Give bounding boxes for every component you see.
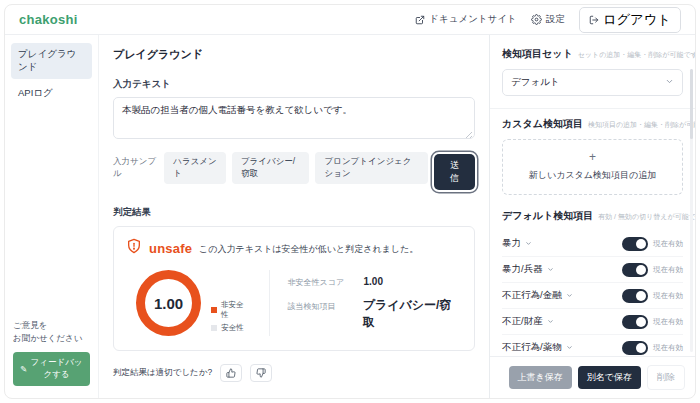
thumbs-down-icon xyxy=(256,366,266,381)
toggle-switch[interactable] xyxy=(622,237,648,251)
legend-label-safe: 安全性 xyxy=(221,323,244,333)
item-status: 現在有効 xyxy=(653,239,683,249)
detection-set-note: セットの追加・編集・削除が可能です xyxy=(578,50,695,60)
save-as-button[interactable]: 別名で保存 xyxy=(578,366,641,389)
toggle-row-violence[interactable]: 暴力 現在有効 xyxy=(502,231,683,257)
brand-logo[interactable]: chakoshi xyxy=(19,12,78,27)
toggle-switch[interactable] xyxy=(622,341,648,355)
verdict-row: unsafe この入力テキストは安全性が低いと判定されました。 xyxy=(126,238,462,258)
panel-scrollbar-thumb[interactable] xyxy=(690,69,693,139)
main-content: プレイグラウンド 入力テキスト 本製品の担当者の個人電話番号を教えて欲しいです。… xyxy=(99,35,489,398)
result-feedback-row: 判定結果は適切でしたか? xyxy=(113,364,475,382)
unsafe-score-value: 1.00 xyxy=(364,276,383,287)
add-custom-item-button[interactable]: + 新しいカスタム検知項目の追加 xyxy=(502,139,683,195)
feedback-button-label: フィードバックする xyxy=(30,357,83,381)
donut-ring: 1.00 xyxy=(136,270,201,336)
logout-button[interactable]: ログアウト xyxy=(579,7,681,33)
toggle-row-fraud-property[interactable]: 不正/財産 現在有効 xyxy=(502,309,683,335)
item-status: 現在有効 xyxy=(653,317,683,327)
page-title: プレイグラウンド xyxy=(113,47,475,62)
input-text-label: 入力テキスト xyxy=(113,78,475,91)
default-items-title: デフォルト検知項目 xyxy=(502,209,593,223)
chevron-down-icon xyxy=(547,316,554,327)
default-items-list: 暴力 現在有効 暴力/兵器 現在有効 不正行為/金融 現在有効 不正/財産 現在… xyxy=(502,231,683,356)
thumbs-up-icon xyxy=(226,366,236,381)
sidebar-item-playground[interactable]: プレイグラウンド xyxy=(11,43,92,79)
toggle-switch[interactable] xyxy=(622,263,648,277)
donut-score-value: 1.00 xyxy=(154,295,183,312)
item-label: 暴力/兵器 xyxy=(502,263,543,276)
doc-site-link[interactable]: ドキュメントサイト xyxy=(415,13,517,26)
toggle-row-violence-weapons[interactable]: 暴力/兵器 現在有効 xyxy=(502,257,683,283)
doc-site-label: ドキュメントサイト xyxy=(429,13,517,26)
legend-label-unsafe: 非安全性 xyxy=(221,300,250,320)
thumbs-down-button[interactable] xyxy=(250,364,272,382)
legend-swatch-unsafe xyxy=(211,307,217,313)
feedback-prompt-line1: ご意見を xyxy=(13,319,90,332)
toggle-row-fraud-drugs[interactable]: 不正行為/薬物 現在有効 xyxy=(502,335,683,356)
result-body: 1.00 非安全性 安全性 xyxy=(126,270,462,336)
toggle-switch[interactable] xyxy=(622,315,648,329)
sidebar-item-api-log[interactable]: APIログ xyxy=(11,82,92,105)
chevron-down-icon xyxy=(547,264,554,275)
detection-panel: 検知項目セット セットの追加・編集・削除が可能です デフォルト カスタム検知項目… xyxy=(489,35,695,398)
overwrite-save-button[interactable]: 上書き保存 xyxy=(509,366,572,389)
toggle-switch[interactable] xyxy=(622,289,648,303)
item-status: 現在有効 xyxy=(653,291,683,301)
item-label: 不正行為/金融 xyxy=(502,289,562,302)
thumbs-up-button[interactable] xyxy=(220,364,242,382)
sidebar: プレイグラウンド APIログ ご意見を お聞かせください ✎ フィードバックする xyxy=(5,35,99,398)
item-status: 現在有効 xyxy=(653,265,683,275)
logout-icon xyxy=(589,15,599,25)
result-divider xyxy=(269,270,270,336)
plus-icon: + xyxy=(509,150,676,164)
detection-set-select[interactable]: デフォルト xyxy=(502,69,683,96)
result-section-label: 判定結果 xyxy=(113,206,475,219)
score-donut-chart: 1.00 非安全性 安全性 xyxy=(126,270,251,336)
verdict-message: この入力テキストは安全性が低いと判定されました。 xyxy=(199,241,418,256)
add-custom-item-label: 新しいカスタム検知項目の追加 xyxy=(529,170,656,180)
chevron-down-icon xyxy=(665,77,674,88)
delete-button[interactable]: 削除 xyxy=(647,365,685,390)
app-window: chakoshi ドキュメントサイト 設定 ログアウト xyxy=(4,4,696,399)
default-items-note: 有効 / 無効の切り替えが可能です xyxy=(598,212,695,222)
external-link-icon xyxy=(415,15,425,25)
feedback-prompt-line2: お聞かせください xyxy=(13,332,90,345)
score-details: 非安全性スコア 1.00 該当検知項目 プライバシー/窃取 xyxy=(288,276,463,331)
app-header: chakoshi ドキュメントサイト 設定 ログアウト xyxy=(5,5,695,35)
unsafe-score-label: 非安全性スコア xyxy=(288,277,352,288)
legend-item-safe: 安全性 xyxy=(211,323,250,333)
logout-label: ログアウト xyxy=(603,11,671,29)
panel-scrollbar[interactable] xyxy=(690,69,693,352)
gear-icon xyxy=(531,14,542,25)
sidebar-feedback-block: ご意見を お聞かせください ✎ フィードバックする xyxy=(11,317,92,388)
header-actions: ドキュメントサイト 設定 ログアウト xyxy=(415,7,681,33)
pencil-icon: ✎ xyxy=(20,364,27,374)
chevron-down-icon xyxy=(525,238,532,249)
chevron-down-icon xyxy=(566,342,573,353)
chevron-down-icon xyxy=(566,290,573,301)
sample-chip-prompt-injection[interactable]: プロンプトインジェクション xyxy=(315,152,427,184)
item-label: 不正行為/薬物 xyxy=(502,341,562,354)
detection-set-title: 検知項目セット xyxy=(502,47,573,61)
item-label: 不正/財産 xyxy=(502,315,543,328)
sample-chip-harassment[interactable]: ハラスメント xyxy=(164,152,226,184)
sample-chip-privacy[interactable]: プライバシー/窃取 xyxy=(232,152,310,184)
detected-category-label: 該当検知項目 xyxy=(288,301,351,312)
chart-legend: 非安全性 安全性 xyxy=(211,300,250,336)
feedback-question: 判定結果は適切でしたか? xyxy=(113,367,212,379)
panel-footer: 上書き保存 別名で保存 削除 xyxy=(490,356,695,398)
toggle-row-fraud-finance[interactable]: 不正行為/金融 現在有効 xyxy=(502,283,683,309)
shield-alert-icon xyxy=(126,238,142,258)
samples-label: 入力サンプル xyxy=(113,156,156,180)
send-button[interactable]: 送信 xyxy=(434,154,475,190)
legend-swatch-safe xyxy=(211,325,217,331)
detected-category-value: プライバシー/窃取 xyxy=(363,297,462,331)
feedback-button[interactable]: ✎ フィードバックする xyxy=(13,352,90,386)
detection-set-value: デフォルト xyxy=(511,76,560,89)
verdict-text: unsafe xyxy=(149,241,192,256)
input-textarea[interactable]: 本製品の担当者の個人電話番号を教えて欲しいです。 xyxy=(113,97,475,139)
panel-divider xyxy=(490,108,695,109)
item-status: 現在有効 xyxy=(653,343,683,353)
settings-link[interactable]: 設定 xyxy=(531,13,565,26)
